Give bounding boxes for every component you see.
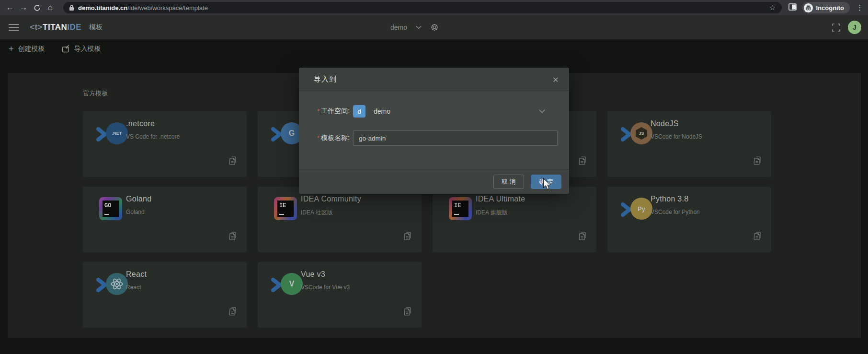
workspace-label: 工作空间: [321, 107, 350, 115]
duplicate-template-icon[interactable] [228, 306, 238, 319]
dialog-footer: 取 消 确 定 [299, 169, 569, 194]
vscode-netcore-icon: .NET [96, 121, 129, 147]
duplicate-template-icon[interactable] [402, 231, 413, 243]
template-name-label: 模板名称: [321, 134, 350, 142]
dialog-title: 导入到 [314, 75, 337, 84]
duplicate-template-icon[interactable] [752, 231, 763, 243]
jetbrains-icon: IE [446, 196, 479, 222]
template-card-title: .netcore [126, 119, 155, 128]
template-card-title: IDEA Community [301, 195, 361, 203]
template-card-title: React [126, 270, 147, 279]
workspace-value: demo [374, 107, 390, 115]
app-logo: <t>TITANIDE [30, 23, 81, 32]
template-card-title: IDEA Ultimate [476, 195, 525, 203]
workspace-field-row: *工作空间: d demo [311, 104, 558, 119]
side-panel-icon[interactable] [788, 3, 797, 12]
menu-icon[interactable] [9, 24, 19, 31]
template-card[interactable]: Py Python 3.8 VSCode for Python [607, 187, 771, 252]
user-avatar[interactable]: J [848, 21, 861, 34]
jetbrains-icon: GO [96, 196, 129, 222]
duplicate-template-icon[interactable] [577, 155, 588, 168]
close-icon[interactable]: × [553, 74, 559, 84]
template-card[interactable]: React React [83, 262, 247, 328]
template-card[interactable]: IE IDEA Community IDEA 社区版 [258, 187, 422, 252]
template-card-subtitle: IDEA 社区版 [301, 209, 333, 217]
create-template-button[interactable]: + 创建模板 [9, 45, 45, 53]
template-name-field-row: *模板名称: [311, 130, 558, 146]
chevron-down-icon [539, 109, 545, 113]
address-bar[interactable]: demo.titanide.cn/ide/web/workspace/templ… [63, 2, 782, 13]
template-card-subtitle: React [126, 284, 141, 291]
lock-icon [69, 5, 74, 11]
duplicate-template-icon[interactable] [228, 155, 238, 168]
app-header: <t>TITANIDE 模板 demo J [0, 15, 868, 39]
template-card-subtitle: VS Code for .netcore [126, 133, 180, 140]
browser-toolbar: ← → ⌂ demo.titanide.cn/ide/web/workspace… [0, 0, 868, 15]
mouse-cursor [543, 178, 551, 190]
url-text: demo.titanide.cn/ide/web/workspace/templ… [78, 4, 208, 12]
required-marker: * [317, 134, 320, 142]
template-card-title: Vue v3 [301, 270, 325, 279]
workspace-selector[interactable]: demo [390, 15, 439, 39]
template-card[interactable]: IE IDEA Ultimate IDEA 旗舰版 [433, 187, 596, 252]
template-card[interactable]: JS NodeJS VSCode for NodeJS [607, 111, 771, 177]
gear-icon[interactable] [430, 23, 439, 32]
template-card-title: Python 3.8 [651, 195, 689, 203]
chevron-down-icon [416, 25, 422, 29]
required-marker: * [317, 107, 320, 115]
vscode-node-icon: JS [621, 121, 653, 147]
dialog-header: 导入到 × [299, 68, 569, 91]
jetbrains-icon: IE [271, 196, 304, 222]
home-icon[interactable]: ⌂ [44, 1, 57, 14]
back-icon[interactable]: ← [4, 1, 16, 14]
template-card[interactable]: .NET .netcore VS Code for .netcore [83, 111, 247, 177]
template-card-subtitle: IDEA 旗舰版 [476, 209, 508, 217]
import-dialog: 导入到 × *工作空间: d demo *模板名称: 取 消 确 定 [299, 68, 569, 194]
vscode-react-icon [96, 271, 129, 297]
cancel-button[interactable]: 取 消 [493, 175, 524, 189]
import-template-button[interactable]: 导入模板 [61, 45, 101, 53]
template-card-title: Goland [126, 195, 151, 203]
duplicate-template-icon[interactable] [577, 231, 588, 243]
incognito-badge: Incognito [802, 2, 850, 13]
import-icon [61, 45, 70, 53]
template-card-subtitle: VSCode for Vue v3 [301, 284, 350, 291]
plus-icon: + [9, 45, 14, 53]
template-card-title: NodeJS [651, 119, 679, 128]
workspace-select[interactable]: d demo [353, 105, 558, 118]
workspace-chip: d [353, 105, 365, 118]
template-actions: + 创建模板 导入模板 [9, 45, 101, 53]
duplicate-template-icon[interactable] [228, 231, 238, 243]
bookmark-star-icon[interactable]: ☆ [769, 3, 776, 12]
vscode-python-icon: Py [621, 196, 653, 222]
screen: ← → ⌂ demo.titanide.cn/ide/web/workspace… [0, 0, 868, 354]
template-name-input[interactable] [353, 130, 558, 146]
duplicate-template-icon[interactable] [402, 306, 413, 319]
forward-icon[interactable]: → [17, 1, 30, 14]
browser-menu-icon[interactable]: ⋮ [856, 3, 864, 12]
template-card-subtitle: VSCode for NodeJS [651, 133, 702, 140]
template-card-subtitle: Goland [126, 209, 145, 215]
incognito-spy-icon [804, 3, 813, 12]
template-card[interactable]: GO Goland Goland [83, 187, 247, 252]
refresh-icon[interactable] [31, 1, 43, 14]
vscode-vue-icon: V [271, 271, 304, 297]
template-card-subtitle: VSCode for Python [651, 209, 700, 215]
duplicate-template-icon[interactable] [752, 155, 763, 168]
page-title: 模板 [89, 23, 103, 32]
template-card[interactable]: V Vue v3 VSCode for Vue v3 [258, 262, 422, 328]
fullscreen-icon[interactable] [832, 24, 840, 32]
